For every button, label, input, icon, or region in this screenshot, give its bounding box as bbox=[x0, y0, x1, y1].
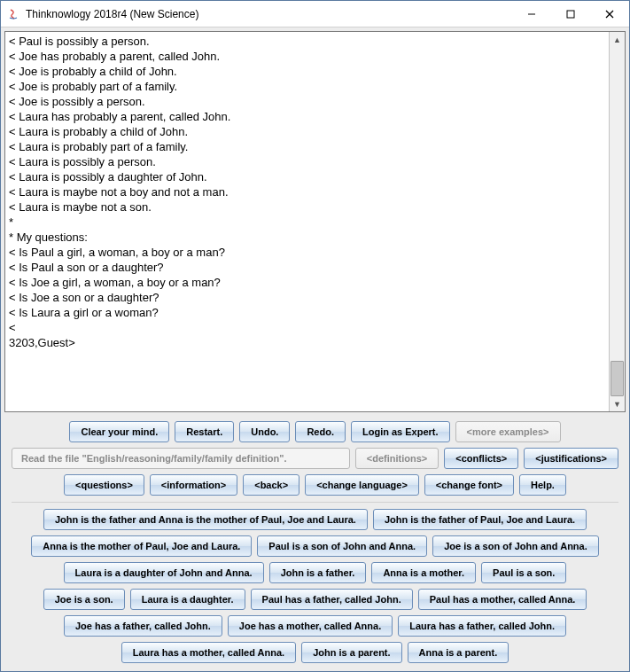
questions-button[interactable]: <questions> bbox=[64, 474, 144, 496]
sentence-button[interactable]: Joe has a mother, called Anna. bbox=[228, 615, 393, 637]
change-font-button[interactable]: <change font> bbox=[424, 474, 514, 496]
svg-rect-1 bbox=[567, 11, 574, 18]
login-button[interactable]: Login as Expert. bbox=[351, 421, 450, 442]
sentence-button[interactable]: John is the father of Paul, Joe and Laur… bbox=[373, 509, 587, 530]
sentence-button[interactable]: Anna is a parent. bbox=[408, 642, 509, 663]
sentence-row-4: Joe is a son. Laura is a daughter. Paul … bbox=[12, 589, 618, 610]
redo-button[interactable]: Redo. bbox=[295, 421, 346, 442]
sentence-button[interactable]: John is a parent. bbox=[301, 642, 401, 663]
sentence-button[interactable]: Paul has a mother, called Anna. bbox=[418, 589, 587, 610]
sentence-button[interactable]: Anna is the mother of Paul, Joe and Laur… bbox=[31, 535, 252, 557]
toolbar-main-row: Clear your mind. Restart. Undo. Redo. Lo… bbox=[12, 421, 618, 442]
clear-button[interactable]: Clear your mind. bbox=[69, 421, 169, 442]
definitions-button: <definitions> bbox=[355, 448, 439, 469]
sentence-button[interactable]: John is the father and Anna is the mothe… bbox=[43, 509, 368, 530]
titlebar: Thinknowlogy 2018r4 (New Science) bbox=[1, 1, 629, 27]
maximize-button[interactable] bbox=[551, 1, 590, 27]
sentence-button[interactable]: Paul is a son. bbox=[481, 562, 566, 583]
sentence-button[interactable]: John is a father. bbox=[269, 562, 367, 583]
minimize-button[interactable] bbox=[512, 1, 551, 27]
sentence-row-6: Laura has a mother, called Anna. John is… bbox=[12, 642, 618, 663]
sentence-row-5: Joe has a father, called John. Joe has a… bbox=[12, 615, 618, 637]
app-window: Thinknowlogy 2018r4 (New Science) < Paul… bbox=[0, 0, 630, 672]
java-icon bbox=[6, 7, 20, 21]
scroll-down-icon[interactable]: ▼ bbox=[611, 396, 624, 411]
output-pane-wrap: < Paul is possibly a person. < Joe has p… bbox=[4, 31, 626, 412]
sentence-button[interactable]: Laura is a daughter of John and Anna. bbox=[64, 562, 264, 583]
restart-button[interactable]: Restart. bbox=[175, 421, 234, 442]
change-language-button[interactable]: <change language> bbox=[305, 474, 419, 496]
toolbar-nav-row: <questions> <information> <back> <change… bbox=[12, 474, 618, 496]
window-title: Thinknowlogy 2018r4 (New Science) bbox=[26, 8, 512, 20]
help-button[interactable]: Help. bbox=[519, 474, 566, 496]
sentence-button[interactable]: Joe is a son. bbox=[43, 589, 125, 610]
sentence-button[interactable]: Laura has a father, called John. bbox=[398, 615, 566, 637]
sentence-button[interactable]: Laura has a mother, called Anna. bbox=[121, 642, 296, 663]
separator bbox=[12, 502, 618, 503]
sentence-button[interactable]: Joe is a son of John and Anna. bbox=[432, 535, 599, 557]
scroll-track[interactable] bbox=[611, 47, 624, 396]
close-button[interactable] bbox=[590, 1, 629, 27]
sentence-button[interactable]: Paul has a father, called John. bbox=[251, 589, 413, 610]
information-button[interactable]: <information> bbox=[150, 474, 237, 496]
scroll-up-icon[interactable]: ▲ bbox=[611, 32, 624, 47]
sentence-row-3: Laura is a daughter of John and Anna. Jo… bbox=[12, 562, 618, 583]
undo-button[interactable]: Undo. bbox=[239, 421, 290, 442]
vertical-scrollbar[interactable]: ▲ ▼ bbox=[610, 32, 625, 411]
sentence-button[interactable]: Paul is a son of John and Anna. bbox=[257, 535, 427, 557]
toolbar-sub-row: Read the file "English/reasoning/family/… bbox=[12, 448, 618, 469]
scroll-thumb[interactable] bbox=[611, 361, 624, 396]
read-file-box: Read the file "English/reasoning/family/… bbox=[12, 448, 350, 469]
back-button[interactable]: <back> bbox=[243, 474, 299, 496]
sentence-row-2: Anna is the mother of Paul, Joe and Laur… bbox=[12, 535, 618, 557]
button-panel: Clear your mind. Restart. Undo. Redo. Lo… bbox=[4, 416, 626, 668]
output-pane[interactable]: < Paul is possibly a person. < Joe has p… bbox=[5, 32, 610, 411]
conflicts-button[interactable]: <conflicts> bbox=[444, 448, 518, 469]
sentence-button[interactable]: Joe has a father, called John. bbox=[64, 615, 222, 637]
more-examples-button: <more examples> bbox=[455, 421, 561, 442]
justifications-button[interactable]: <justifications> bbox=[524, 448, 618, 469]
sentence-row-1: John is the father and Anna is the mothe… bbox=[12, 509, 618, 530]
sentence-button[interactable]: Anna is a mother. bbox=[371, 562, 476, 583]
sentence-button[interactable]: Laura is a daughter. bbox=[130, 589, 245, 610]
client-area: < Paul is possibly a person. < Joe has p… bbox=[1, 27, 629, 671]
window-controls bbox=[512, 1, 629, 27]
